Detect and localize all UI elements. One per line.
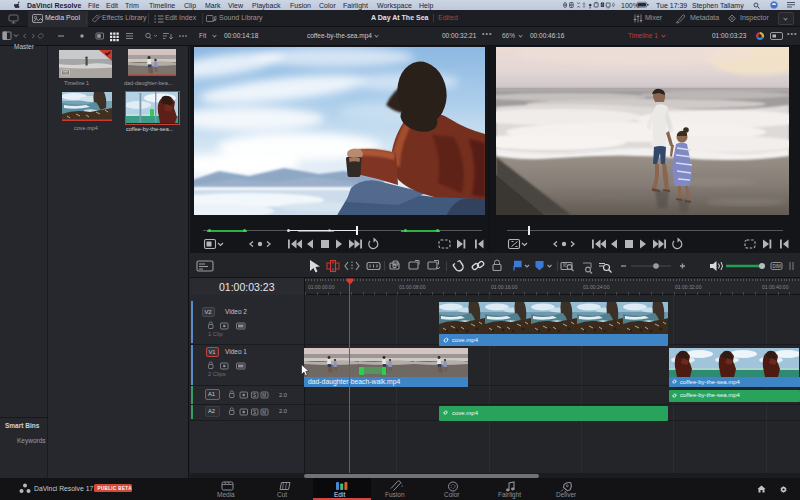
svg-text:S: S xyxy=(253,410,256,415)
svg-text:S: S xyxy=(253,393,256,398)
svg-text:M: M xyxy=(262,410,266,415)
svg-text:DIM: DIM xyxy=(773,264,782,269)
svg-text:M: M xyxy=(262,393,266,398)
